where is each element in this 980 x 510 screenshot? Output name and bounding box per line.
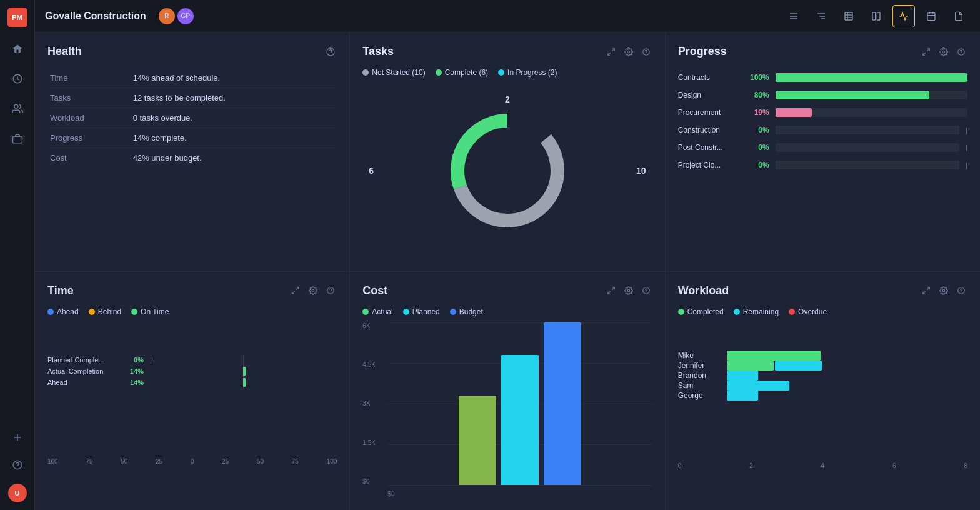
health-panel: Health Time14% ahead of schedule.Tasks12…: [35, 32, 349, 271]
cost-x-zero: $0: [388, 491, 394, 498]
svg-line-26: [608, 52, 610, 55]
svg-point-27: [628, 51, 630, 53]
time-center-line: [243, 354, 244, 366]
tasks-help-button[interactable]: [640, 46, 652, 58]
cost-expand-button[interactable]: [605, 284, 618, 297]
progress-bar: [776, 73, 968, 82]
workload-chart-row: Mike: [678, 351, 968, 361]
cost-settings-button[interactable]: [622, 284, 635, 297]
health-row-label: Workload: [48, 108, 131, 128]
svg-line-39: [292, 291, 295, 294]
workload-bar-remaining: [727, 381, 789, 391]
workload-axis: 0 2 4 6 8: [678, 462, 968, 469]
time-axis: 100 75 50 25 0 25 50 75 100: [48, 458, 337, 465]
progress-help-button[interactable]: [955, 46, 968, 58]
sidebar-item-briefcase[interactable]: [9, 130, 26, 148]
progress-actions: [920, 46, 968, 58]
health-row-label: Time: [48, 68, 131, 88]
workload-person-name: Mike: [678, 351, 722, 360]
legend-label: In Progress (2): [508, 68, 557, 77]
svg-line-25: [612, 48, 614, 51]
progress-panel: Progress Contracts 100% De: [666, 32, 980, 271]
dashboard-view-button[interactable]: [892, 5, 915, 28]
progress-row-label: Construction: [678, 126, 741, 134]
health-row-value: 12 tasks to be completed.: [131, 88, 338, 108]
svg-rect-13: [845, 12, 852, 20]
workload-settings-button[interactable]: [938, 284, 950, 297]
progress-bar: [776, 161, 959, 169]
progress-row: Post Constr... 0% |: [678, 143, 968, 152]
progress-bar: [776, 91, 968, 99]
avatar-r[interactable]: R: [159, 8, 175, 24]
workload-bar-completed: [727, 351, 821, 361]
time-legend-item: Ahead: [48, 308, 79, 316]
svg-rect-17: [872, 12, 876, 20]
time-chart-row: Actual Completion 14%: [48, 366, 337, 377]
time-help-button[interactable]: [324, 284, 337, 297]
time-legend: AheadBehindOn Time: [48, 308, 337, 316]
health-help-button[interactable]: [324, 46, 337, 58]
progress-expand-button[interactable]: [920, 46, 932, 58]
time-settings-button[interactable]: [307, 284, 319, 297]
sidebar-item-users[interactable]: [9, 100, 26, 118]
sidebar: PM U: [0, 0, 35, 510]
table-view-button[interactable]: [838, 5, 860, 28]
sidebar-item-clock[interactable]: [9, 70, 26, 88]
list-view-button[interactable]: [782, 5, 805, 28]
workload-help-button[interactable]: [955, 284, 968, 297]
time-bar-area: [149, 377, 337, 388]
app-logo[interactable]: PM: [8, 8, 28, 28]
cost-y-axis: 6K 4.5K 3K 1.5K $0: [362, 322, 376, 486]
health-row-label: Progress: [48, 128, 131, 148]
progress-settings-button[interactable]: [938, 46, 950, 58]
svg-line-33: [927, 48, 929, 51]
time-panel-header: Time: [48, 284, 337, 298]
sidebar-item-add[interactable]: [9, 429, 26, 446]
workload-bars: [727, 371, 968, 381]
progress-bar-fill: [776, 108, 812, 117]
svg-rect-18: [877, 12, 880, 20]
workload-panel-header: Workload: [678, 284, 968, 298]
workload-chart-row: Jennifer: [678, 361, 968, 371]
cost-legend-item: Budget: [450, 308, 483, 316]
workload-person-name: Jennifer: [678, 361, 722, 370]
file-view-button[interactable]: [948, 5, 970, 28]
health-row-value: 14% complete.: [131, 128, 338, 148]
progress-bar: [776, 126, 959, 134]
workload-legend-item: Remaining: [734, 308, 779, 316]
progress-row-label: Post Constr...: [678, 143, 741, 152]
cost-help-button[interactable]: [640, 284, 652, 297]
time-chart-rows: Planned Comple... 0% | Actual Completion…: [48, 354, 337, 388]
legend-dot: [403, 309, 409, 315]
health-row-label: Cost: [48, 148, 131, 168]
user-avatar[interactable]: U: [8, 484, 27, 502]
legend-label: Not Started (10): [372, 68, 425, 77]
progress-row: Project Clo... 0% |: [678, 161, 968, 169]
workload-expand-button[interactable]: [920, 284, 932, 297]
health-row: Cost42% under budget.: [48, 148, 337, 168]
workload-bars: [727, 351, 968, 361]
gantt-view-button[interactable]: [810, 5, 832, 28]
workload-legend-item: Overdue: [789, 308, 827, 316]
time-expand-button[interactable]: [289, 284, 302, 297]
progress-title: Progress: [678, 45, 727, 58]
health-row-label: Tasks: [48, 88, 131, 108]
time-legend-item: On Time: [131, 308, 169, 316]
tasks-title: Tasks: [362, 45, 394, 58]
workload-bars: [727, 361, 968, 371]
workload-chart-rows: Mike Jennifer Brandon Sam George: [678, 351, 968, 401]
workload-legend-item: Completed: [678, 308, 724, 316]
tasks-settings-button[interactable]: [622, 46, 635, 58]
health-actions: [324, 46, 337, 58]
legend-dot: [362, 309, 369, 315]
tasks-legend-item: Not Started (10): [362, 68, 425, 77]
calendar-view-button[interactable]: [920, 5, 942, 28]
progress-bar: [776, 108, 968, 117]
sidebar-item-help[interactable]: [9, 456, 26, 474]
header: Govalle Construction R GP: [35, 0, 980, 32]
workload-bars: [727, 391, 968, 401]
board-view-button[interactable]: [865, 5, 888, 28]
avatar-gp[interactable]: GP: [178, 8, 194, 24]
sidebar-item-home[interactable]: [9, 40, 26, 58]
tasks-expand-button[interactable]: [605, 46, 618, 58]
